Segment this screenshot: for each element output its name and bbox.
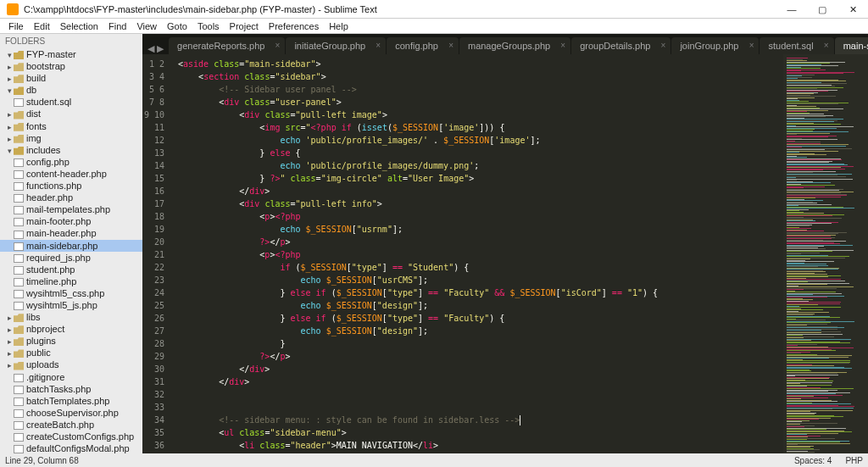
menu-view[interactable]: View: [136, 21, 157, 31]
close-button[interactable]: ✕: [837, 0, 868, 19]
menu-help[interactable]: Help: [329, 21, 348, 31]
tree-plugins[interactable]: ▸plugins: [0, 335, 142, 347]
tree-student-php[interactable]: student.php: [0, 264, 142, 275]
tree-db[interactable]: ▾db: [0, 84, 142, 96]
tree-functions-php[interactable]: functions.php: [0, 180, 142, 192]
menu-selection[interactable]: Selection: [60, 21, 98, 31]
file-tree[interactable]: ▾FYP-master▸bootstrap▸build▾dbstudent.sq…: [0, 48, 142, 453]
tree-config-php[interactable]: config.php: [0, 156, 142, 168]
tree-createbatch-php[interactable]: createBatch.php: [0, 419, 142, 431]
tree-main-footer-php[interactable]: main-footer.php: [0, 215, 142, 227]
tree-libs[interactable]: ▸libs: [0, 311, 142, 323]
tree-createcustomconfigs-php[interactable]: createCustomConfigs.php: [0, 431, 142, 442]
tree-fonts[interactable]: ▸fonts: [0, 120, 142, 132]
tree-dist[interactable]: ▸dist: [0, 108, 142, 120]
tree-choosesupervisor-php[interactable]: chooseSupervisor.php: [0, 407, 142, 419]
menu-preferences[interactable]: Preferences: [269, 21, 319, 31]
tree-img[interactable]: ▸img: [0, 132, 142, 144]
menu-bar: FileEditSelectionFindViewGotoToolsProjec…: [0, 19, 868, 34]
window-title: C:\xampp\htdocs\FYP-master\includes\main…: [24, 4, 377, 14]
tab-student-sql[interactable]: student.sql×: [760, 37, 833, 54]
status-bar: Line 29, Column 68 Spaces: 4 PHP: [0, 453, 868, 467]
minimap[interactable]: [783, 54, 868, 453]
tree-main-sidebar-php[interactable]: main-sidebar.php: [0, 240, 142, 252]
tree-defaultconfigsmodal-php[interactable]: defaultConfigsModal.php: [0, 442, 142, 453]
tab-main-sidebar-php[interactable]: main-sidebar.php×: [835, 37, 868, 54]
tab-generatereports-php[interactable]: generateReports.php×: [169, 37, 285, 54]
menu-edit[interactable]: Edit: [34, 21, 50, 31]
tab-close-icon[interactable]: ×: [448, 41, 453, 50]
indent-setting[interactable]: Spaces: 4: [794, 456, 832, 465]
tree-batchtasks-php[interactable]: batchTasks.php: [0, 383, 142, 395]
tab-joingroup-php[interactable]: joinGroup.php×: [671, 37, 759, 54]
tree-uploads[interactable]: ▸uploads: [0, 359, 142, 370]
tab-close-icon[interactable]: ×: [560, 41, 565, 50]
tab-nav-arrows[interactable]: ◀ ▶: [142, 43, 169, 54]
maximize-button[interactable]: ▢: [807, 0, 837, 19]
tab-close-icon[interactable]: ×: [275, 41, 281, 50]
tree--gitignore[interactable]: .gitignore: [0, 371, 142, 383]
menu-file[interactable]: File: [8, 21, 24, 31]
minimize-button[interactable]: —: [776, 0, 807, 19]
tree-content-header-php[interactable]: content-header.php: [0, 168, 142, 180]
tree-bootstrap[interactable]: ▸bootstrap: [0, 60, 142, 72]
tree-fyp-master[interactable]: ▾FYP-master: [0, 48, 142, 60]
tab-config-php[interactable]: config.php×: [387, 37, 459, 54]
cursor-position[interactable]: Line 29, Column 68: [5, 456, 79, 465]
menu-tools[interactable]: Tools: [198, 21, 220, 31]
tab-strip[interactable]: ◀ ▶ generateReports.php×initiateGroup.ph…: [142, 34, 868, 54]
code-editor[interactable]: 1 2 3 4 5 6 7 8 9 10 11 12 13 14 15 16 1…: [142, 54, 868, 453]
app-icon: [7, 3, 19, 15]
tree-wysihtml5_css-php[interactable]: wysihtml5_css.php: [0, 287, 142, 299]
code-area[interactable]: <aside class="main-sidebar"> <section cl…: [171, 54, 783, 453]
tree-header-php[interactable]: header.php: [0, 192, 142, 203]
folder-sidebar[interactable]: FOLDERS ▾FYP-master▸bootstrap▸build▾dbst…: [0, 34, 142, 453]
tree-timeline-php[interactable]: timeline.php: [0, 275, 142, 287]
line-gutter: 1 2 3 4 5 6 7 8 9 10 11 12 13 14 15 16 1…: [142, 54, 171, 453]
menu-find[interactable]: Find: [108, 21, 126, 31]
tab-initiategroup-php[interactable]: initiateGroup.php×: [286, 37, 386, 54]
tab-close-icon[interactable]: ×: [376, 41, 381, 50]
tree-public[interactable]: ▸public: [0, 347, 142, 359]
tree-includes[interactable]: ▾includes: [0, 144, 142, 156]
syntax-mode[interactable]: PHP: [845, 456, 863, 465]
tree-student-sql[interactable]: student.sql: [0, 96, 142, 108]
menu-goto[interactable]: Goto: [167, 21, 187, 31]
tree-build[interactable]: ▸build: [0, 72, 142, 84]
sidebar-header: FOLDERS: [0, 34, 142, 48]
tab-close-icon[interactable]: ×: [661, 41, 666, 50]
tree-wysihtml5_js-php[interactable]: wysihtml5_js.php: [0, 299, 142, 311]
menu-project[interactable]: Project: [230, 21, 259, 31]
tree-main-header-php[interactable]: main-header.php: [0, 227, 142, 239]
tab-close-icon[interactable]: ×: [749, 41, 754, 50]
tab-close-icon[interactable]: ×: [824, 41, 829, 50]
tree-batchtemplates-php[interactable]: batchTemplates.php: [0, 395, 142, 407]
tab-groupdetails-php[interactable]: groupDetails.php×: [571, 37, 670, 54]
tree-nbproject[interactable]: ▸nbproject: [0, 323, 142, 335]
window-titlebar: C:\xampp\htdocs\FYP-master\includes\main…: [0, 0, 868, 19]
tree-required_js-php[interactable]: required_js.php: [0, 252, 142, 264]
tree-mail-tempelates-php[interactable]: mail-tempelates.php: [0, 203, 142, 215]
tab-managegroups-php[interactable]: manageGroups.php×: [459, 37, 570, 54]
